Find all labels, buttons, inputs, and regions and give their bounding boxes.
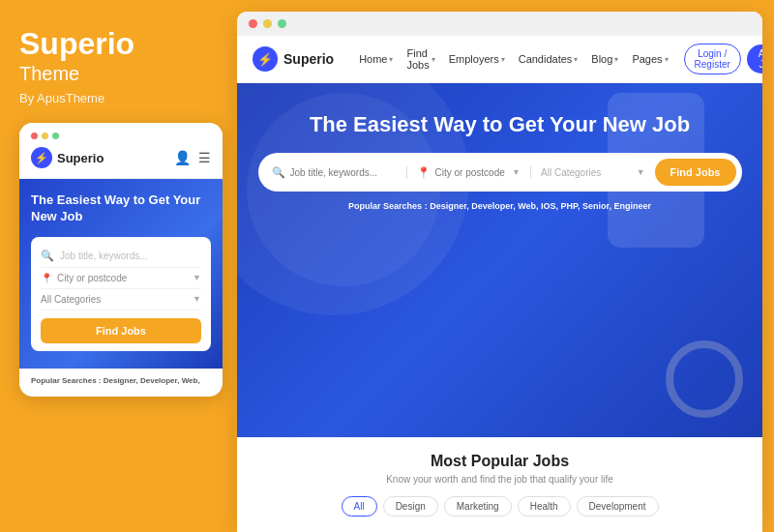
- site-nav-employers-label: Employers: [449, 53, 499, 65]
- mobile-search-placeholder: Job title, keywords...: [60, 251, 148, 261]
- hero-category-field: All Categories ▼: [531, 167, 655, 178]
- site-nav-candidates[interactable]: Candidates ▾: [513, 44, 584, 74]
- tag-all[interactable]: All: [342, 496, 377, 517]
- site-nav-pages[interactable]: Pages ▾: [626, 44, 673, 74]
- mobile-mockup: ⚡ Superio 👤 ☰ The Easiest Way to Get You…: [19, 123, 223, 397]
- site-hero: The Easiest Way to Get Your New Job 🔍 📍 …: [237, 83, 762, 437]
- mobile-category-arrow: ▼: [193, 294, 201, 304]
- mobile-hero-title: The Easiest Way to Get Your New Job: [31, 192, 211, 225]
- hero-popular-items: Designer, Developer, Web, IOS, PHP, Seni…: [430, 201, 651, 211]
- site-nav-actions: Login / Register Add Job: [684, 44, 762, 74]
- site-nav-home-caret: ▾: [389, 55, 393, 64]
- hero-magnifier-graphic: [666, 340, 743, 418]
- mobile-find-jobs-button[interactable]: Find Jobs: [41, 318, 201, 343]
- mobile-popular-items: Designer, Developer, Web,: [104, 376, 200, 385]
- tag-marketing[interactable]: Marketing: [444, 496, 512, 517]
- browser-dot-yellow: [263, 19, 272, 28]
- hero-search-input[interactable]: [290, 167, 397, 178]
- mobile-dot-yellow: [42, 133, 48, 139]
- mobile-popular: Popular Searches : Designer, Developer, …: [19, 369, 223, 385]
- browser-window: ⚡ Superio Home ▾ Find Jobs ▾ Employers ▾…: [237, 12, 762, 532]
- mobile-location-arrow: ▼: [193, 273, 201, 282]
- mobile-logo-icon: ⚡: [31, 147, 52, 168]
- site-logo-area: ⚡ Superio: [253, 46, 334, 72]
- tag-design[interactable]: Design: [383, 496, 438, 517]
- tag-development[interactable]: Development: [577, 496, 659, 517]
- site-nav: ⚡ Superio Home ▾ Find Jobs ▾ Employers ▾…: [237, 36, 762, 83]
- brand-subtitle: Theme: [19, 63, 218, 85]
- mobile-popular-label: Popular Searches :: [31, 376, 101, 385]
- mobile-hero: The Easiest Way to Get Your New Job 🔍 Jo…: [19, 179, 223, 369]
- mobile-top-bar: [19, 123, 223, 147]
- tag-health[interactable]: Health: [518, 496, 571, 517]
- mobile-search-icon: 🔍: [41, 250, 54, 262]
- left-panel: Superio Theme By ApusTheme ⚡ Superio 👤 ☰…: [0, 0, 237, 532]
- hero-search-icon: 🔍: [272, 166, 285, 179]
- hero-location-input[interactable]: [435, 167, 508, 178]
- brand-by: By ApusTheme: [19, 91, 218, 105]
- hero-category-text: All Categories: [541, 167, 632, 178]
- mobile-location-text: City or postcode: [57, 273, 127, 283]
- mobile-logo-text: Superio: [57, 151, 104, 165]
- mobile-logo-area: ⚡ Superio: [31, 147, 104, 168]
- below-hero-tags: All Design Marketing Health Development: [256, 496, 743, 517]
- hero-search-bar: 🔍 📍 ▼ All Categories ▼ Find Jobs: [258, 153, 742, 192]
- site-nav-find-jobs-label: Find Jobs: [406, 47, 429, 71]
- mobile-user-icon: 👤: [174, 150, 191, 165]
- site-nav-home-label: Home: [359, 53, 387, 65]
- site-nav-blog-caret: ▾: [614, 55, 618, 64]
- below-hero-subtitle: Know your worth and find the job that qu…: [256, 474, 743, 485]
- site-nav-find-jobs[interactable]: Find Jobs ▾: [401, 44, 440, 74]
- site-below-hero: Most Popular Jobs Know your worth and fi…: [237, 437, 762, 532]
- hero-title: The Easiest Way to Get Your New Job: [310, 112, 690, 137]
- mobile-category-text: All Categories: [41, 294, 101, 305]
- site-nav-home[interactable]: Home ▾: [353, 44, 399, 74]
- hero-location-icon: 📍: [417, 166, 431, 179]
- hero-location-field: 📍 ▼: [407, 166, 532, 179]
- mobile-search-row: 🔍 Job title, keywords...: [41, 245, 201, 268]
- hero-location-arrow: ▼: [512, 167, 521, 177]
- mobile-nav-bar: ⚡ Superio 👤 ☰: [19, 147, 223, 179]
- site-nav-candidates-label: Candidates: [519, 53, 573, 65]
- mobile-location-row: 📍 City or postcode ▼: [41, 268, 201, 289]
- hero-popular-label: Popular Searches :: [348, 201, 428, 211]
- add-job-button[interactable]: Add Job: [747, 44, 762, 74]
- mobile-location-icon: 📍: [41, 273, 52, 283]
- site-nav-blog[interactable]: Blog ▾: [585, 44, 624, 74]
- browser-chrome: [237, 12, 762, 36]
- hero-popular: Popular Searches : Designer, Developer, …: [348, 201, 651, 211]
- site-logo-text: Superio: [283, 51, 334, 67]
- site-nav-pages-label: Pages: [632, 53, 662, 65]
- site-nav-blog-label: Blog: [591, 53, 612, 65]
- brand-name: Superio: [19, 27, 218, 61]
- browser-dot-red: [249, 19, 257, 28]
- brand-title: Superio Theme By ApusTheme: [19, 27, 218, 123]
- login-register-button[interactable]: Login / Register: [684, 44, 741, 74]
- hero-search-field: 🔍: [272, 166, 407, 179]
- hero-category-arrow: ▼: [637, 167, 645, 177]
- below-hero-title: Most Popular Jobs: [256, 453, 743, 470]
- mobile-menu-icon: ☰: [198, 150, 211, 165]
- mobile-search-box: 🔍 Job title, keywords... 📍 City or postc…: [31, 237, 211, 351]
- site-nav-find-jobs-caret: ▾: [432, 55, 435, 64]
- mobile-nav-icons: 👤 ☰: [174, 150, 211, 165]
- site-nav-candidates-caret: ▾: [574, 55, 578, 64]
- website-content: ⚡ Superio Home ▾ Find Jobs ▾ Employers ▾…: [237, 36, 762, 532]
- mobile-dot-green: [52, 133, 59, 139]
- site-nav-employers-caret: ▾: [501, 55, 505, 64]
- site-nav-employers[interactable]: Employers ▾: [443, 44, 511, 74]
- site-logo-icon: ⚡: [253, 46, 278, 72]
- browser-dot-green: [278, 19, 286, 28]
- mobile-dot-red: [31, 133, 38, 139]
- site-nav-pages-caret: ▾: [665, 55, 669, 64]
- hero-find-jobs-button[interactable]: Find Jobs: [655, 159, 736, 186]
- site-nav-links: Home ▾ Find Jobs ▾ Employers ▾ Candidate…: [353, 44, 673, 74]
- mobile-dots: [31, 133, 59, 139]
- mobile-category-row: All Categories ▼: [41, 289, 201, 310]
